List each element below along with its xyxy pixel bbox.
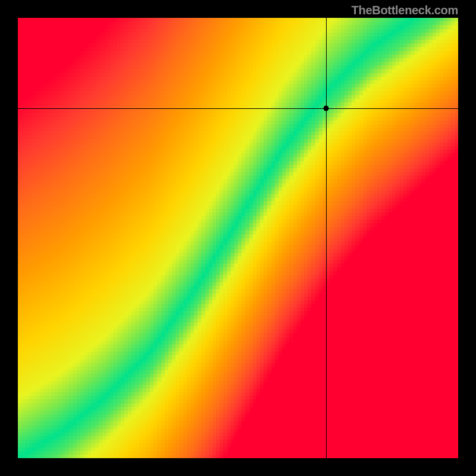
crosshair-vertical (326, 18, 327, 458)
heatmap-canvas (18, 18, 458, 458)
chart-container: TheBottleneck.com (0, 0, 476, 476)
attribution-text: TheBottleneck.com (352, 4, 458, 17)
marker-dot (324, 105, 329, 111)
heatmap-plot (18, 18, 458, 458)
crosshair-horizontal (18, 108, 458, 109)
